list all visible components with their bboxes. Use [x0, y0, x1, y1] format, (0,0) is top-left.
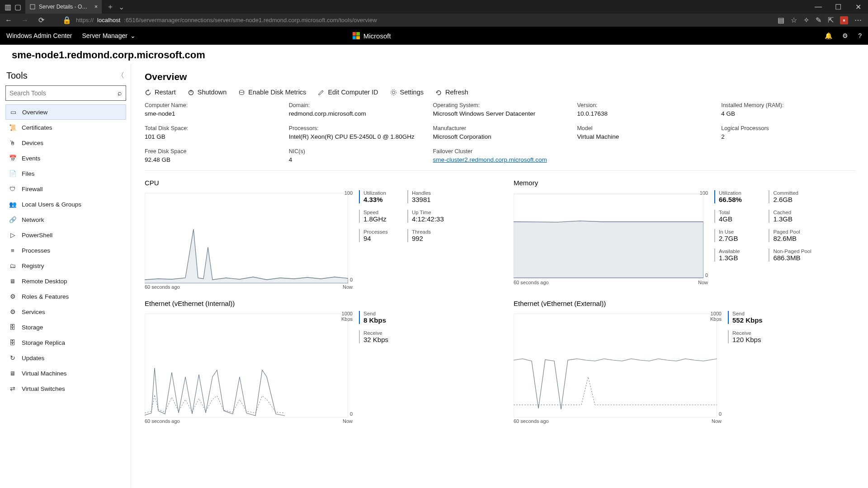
draw-icon[interactable]: ✎ [816, 16, 821, 24]
favorite-icon[interactable]: ☆ [791, 16, 797, 24]
tool-label: Devices [22, 140, 43, 146]
sidebar-item-remote-desktop[interactable]: 🖥Remote Desktop [5, 273, 126, 289]
browser-tab[interactable]: Server Details - Overvie × [25, 0, 102, 14]
refresh-icon [435, 89, 442, 96]
tool-label: Certificates [22, 124, 52, 131]
tool-label: Roles & Features [22, 293, 69, 300]
tool-label: Events [22, 155, 40, 162]
stat: Available1.3GB [714, 249, 757, 262]
stat-label: Processes [363, 229, 396, 235]
tool-icon: 🖥 [9, 370, 16, 377]
sidebar-item-local-users-groups[interactable]: 👥Local Users & Groups [5, 197, 126, 212]
context-selector[interactable]: Server Manager ⌄ [82, 32, 136, 39]
tool-icon: ▭ [9, 108, 17, 116]
property-value: 2 [721, 133, 855, 140]
url-path: :6516/servermanager/connections/server/s… [124, 17, 377, 23]
sidebar-item-virtual-switches[interactable]: ⇄Virtual Switches [5, 381, 126, 396]
stat: Up Time4:12:42:33 [407, 210, 444, 223]
sidebar-item-virtual-machines[interactable]: 🖥Virtual Machines [5, 366, 126, 381]
sidebar-item-updates[interactable]: ↻Updates [5, 350, 126, 366]
gear-icon[interactable]: ⚙ [842, 32, 848, 39]
shutdown-button[interactable]: Shutdown [188, 89, 227, 96]
memory-xleft: 60 seconds ago [514, 280, 549, 285]
property-value: Virtual Machine [577, 133, 711, 140]
sidebar-item-processes[interactable]: ≡Processes [5, 243, 126, 258]
close-tab-icon[interactable]: × [94, 4, 97, 10]
stat-label: Utilization [363, 190, 396, 196]
page-icon [30, 4, 35, 9]
eth-int-chart: 1000Kbps 0 60 seconds ago Now [145, 311, 353, 424]
tool-label: Storage [22, 324, 43, 331]
window-close-button[interactable]: ✕ [848, 0, 868, 14]
microsoft-brand: Microsoft [353, 32, 391, 40]
gear-small-icon [390, 89, 397, 96]
property-label: Manufacturer [433, 125, 567, 131]
property-label: Computer Name: [145, 102, 279, 108]
search-tools-input[interactable] [9, 89, 118, 97]
tool-icon: 📜 [9, 124, 16, 131]
help-icon[interactable]: ? [858, 32, 862, 39]
back-button[interactable]: ← [3, 14, 14, 26]
disk-icon [238, 89, 245, 96]
tool-label: Virtual Switches [22, 385, 65, 392]
stat-label: Committed [773, 190, 811, 196]
sidebar-item-registry[interactable]: 🗂Registry [5, 258, 126, 273]
settings-button[interactable]: Settings [390, 89, 424, 96]
sidebar-item-network[interactable]: 🔗Network [5, 212, 126, 227]
tab-overflow-icon[interactable]: ⌄ [118, 3, 124, 11]
stat: Non-Paged Pool686.3MB [769, 249, 811, 262]
sidebar-item-roles-features[interactable]: ⚙Roles & Features [5, 289, 126, 304]
sidebar-item-services[interactable]: ⚙Services [5, 304, 126, 319]
tool-label: Overview [22, 109, 47, 116]
sidebar-item-certificates[interactable]: 📜Certificates [5, 120, 126, 135]
property-label: Installed Memory (RAM): [721, 102, 855, 108]
stat-label: Send [363, 311, 388, 316]
sidebar-item-powershell[interactable]: ▷PowerShell [5, 227, 126, 243]
collapse-sidebar-icon[interactable]: 〈 [117, 71, 124, 80]
enable-disk-metrics-button[interactable]: Enable Disk Metrics [238, 89, 306, 96]
edit-computer-id-button[interactable]: Edit Computer ID [318, 89, 378, 96]
tab-stack-icon[interactable]: ▥ [3, 2, 13, 12]
share-icon[interactable]: ⇱ [828, 16, 834, 24]
notifications-icon[interactable]: 🔔 [825, 32, 832, 39]
edit-icon [318, 89, 325, 96]
product-name[interactable]: Windows Admin Center [6, 32, 72, 39]
property: ManufacturerMicrosoft Corporation [433, 125, 567, 140]
tab-recent-icon[interactable]: ▢ [13, 2, 23, 12]
tool-icon: ⚙ [9, 293, 16, 300]
stat-value: 2.6GB [773, 196, 811, 203]
window-minimize-button[interactable]: — [808, 0, 828, 14]
url-display[interactable]: https://localhost:6516/servermanager/con… [76, 17, 773, 23]
more-icon[interactable]: ⋯ [854, 16, 862, 24]
stat: Threads992 [407, 229, 444, 242]
property-label: Free Disk Space [145, 148, 279, 155]
eth-int-title: Ethernet (vEthernet (Internal)) [145, 300, 486, 307]
property: Version:10.0.17638 [577, 102, 711, 117]
chevron-down-icon: ⌄ [130, 32, 136, 39]
refresh-action-button[interactable]: Refresh [435, 89, 468, 96]
search-tools-box[interactable]: ⌕ [5, 85, 126, 101]
stat-label: Handles [412, 190, 444, 196]
property-link[interactable]: sme-cluster2.redmond.corp.microsoft.com [433, 156, 547, 163]
forward-button[interactable]: → [19, 14, 31, 26]
sidebar-item-overview[interactable]: ▭Overview [5, 104, 126, 120]
window-maximize-button[interactable]: ☐ [828, 0, 848, 14]
favorites-hub-icon[interactable]: ✧ [803, 16, 809, 24]
sidebar-item-firewall[interactable]: 🛡Firewall [5, 181, 126, 197]
property-label: Logical Processors [721, 125, 855, 131]
sidebar-item-devices[interactable]: 🖱Devices [5, 135, 126, 150]
sidebar-item-storage-replica[interactable]: 🗄Storage Replica [5, 335, 126, 350]
property-label: NIC(s) [289, 148, 423, 155]
svg-rect-10 [514, 314, 717, 418]
restart-button[interactable]: Restart [145, 89, 176, 96]
sidebar-item-files[interactable]: 📄Files [5, 166, 126, 181]
eth-ext-block: Ethernet (vEthernet (External)) 1000Kbps… [514, 300, 855, 424]
extension-badge[interactable]: ■ [840, 16, 848, 24]
property: Logical Processors2 [721, 125, 855, 140]
stat: Paged Pool82.6MB [769, 229, 811, 242]
reading-view-icon[interactable]: ▤ [778, 16, 784, 24]
sidebar-item-events[interactable]: 📅Events [5, 150, 126, 166]
refresh-button[interactable]: ⟳ [35, 14, 47, 26]
new-tab-button[interactable]: ＋ [107, 2, 114, 12]
sidebar-item-storage[interactable]: 🗄Storage [5, 319, 126, 335]
